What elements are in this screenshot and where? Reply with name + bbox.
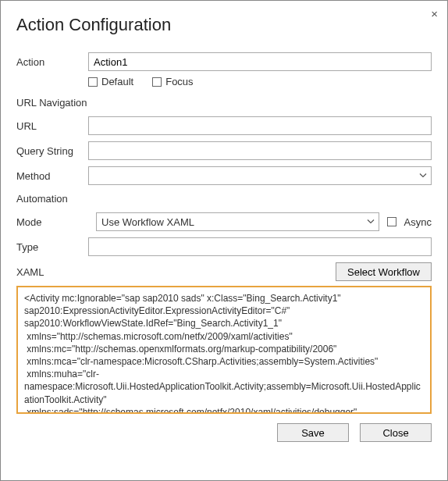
action-input[interactable]: [88, 52, 432, 71]
async-checkbox-label: Async: [404, 216, 432, 228]
method-select[interactable]: [88, 166, 432, 185]
url-input[interactable]: [88, 116, 432, 135]
close-icon[interactable]: ×: [431, 7, 438, 20]
query-string-label: Query String: [16, 145, 88, 157]
action-configuration-dialog: × Action Configuration Action Default Fo…: [0, 0, 448, 481]
focus-checkbox-label: Focus: [165, 76, 193, 87]
type-label: Type: [16, 241, 88, 253]
automation-section: Automation: [16, 193, 432, 205]
method-label: Method: [16, 170, 88, 182]
type-input[interactable]: [88, 237, 432, 256]
xaml-textarea[interactable]: <Activity mc:Ignorable="sap sap2010 sads…: [16, 286, 432, 414]
select-workflow-button[interactable]: Select Workflow: [336, 262, 432, 281]
query-string-input[interactable]: [88, 141, 432, 160]
focus-checkbox[interactable]: [152, 77, 162, 87]
mode-select[interactable]: Use Workflow XAML: [96, 212, 379, 231]
mode-label: Mode: [16, 216, 88, 228]
save-button[interactable]: Save: [277, 423, 349, 442]
xaml-label: XAML: [16, 266, 88, 278]
default-checkbox-label: Default: [101, 76, 133, 87]
default-checkbox[interactable]: [88, 77, 98, 87]
url-label: URL: [16, 120, 88, 132]
action-label: Action: [16, 56, 88, 68]
mode-select-value: Use Workflow XAML: [101, 216, 194, 228]
dialog-title: Action Configuration: [16, 15, 432, 35]
url-navigation-section: URL Navigation: [16, 97, 432, 109]
close-button[interactable]: Close: [360, 423, 432, 442]
async-checkbox[interactable]: [387, 217, 396, 226]
